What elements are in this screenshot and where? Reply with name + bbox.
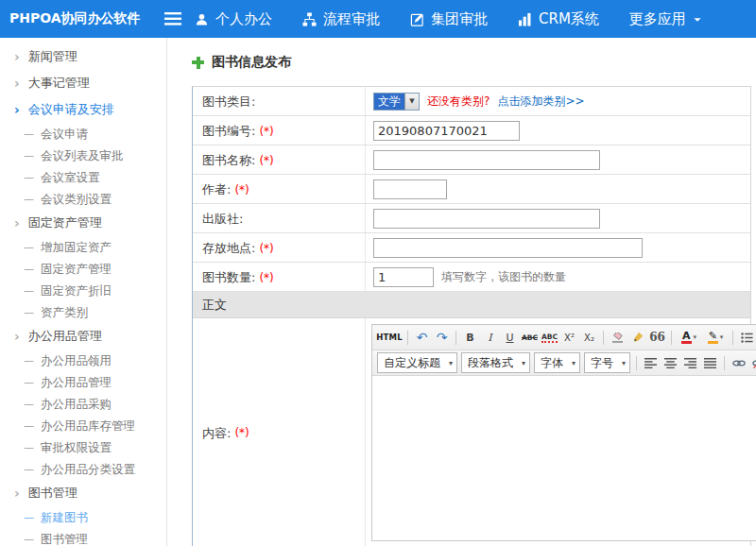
custom-heading-select[interactable]: 自定义标题 [377, 352, 457, 373]
italic-button[interactable]: I [481, 328, 499, 348]
book-no-input[interactable] [373, 121, 520, 141]
sidebar-subitem-label: 办公用品采购 [41, 398, 112, 411]
remove-link-button[interactable] [749, 353, 756, 373]
sidebar-subitem-label: 固定资产管理 [41, 263, 112, 276]
sidebar-subitem-label: 增加固定资产 [41, 241, 112, 254]
nav-crm-system[interactable]: CRM系统 [518, 10, 599, 28]
quantity-input[interactable] [373, 267, 434, 287]
sidebar-item-meeting-list-approval[interactable]: —会议列表及审批 [0, 145, 166, 166]
font-size-select[interactable]: 字号 [584, 352, 630, 373]
paragraph-format-select[interactable]: 段落格式 [461, 352, 530, 373]
category-select[interactable]: 文学 ▼ [373, 93, 420, 111]
sidebar-item-asset-category[interactable]: —资产类别 [0, 301, 166, 323]
strikethrough-button[interactable]: ABC [521, 328, 539, 348]
editor-content-area[interactable] [372, 376, 756, 540]
label-text: 存放地点: [202, 241, 255, 255]
author-input[interactable] [373, 179, 447, 199]
top-nav: 个人办公 流程审批 集团审批 CRM系统 更多应用 [195, 10, 732, 28]
field-label-book-name: 图书名称:(*) [193, 145, 365, 174]
undo-button[interactable]: ↶ [413, 328, 431, 348]
eraser-icon [611, 333, 624, 343]
sidebar-item-approval-permission-settings[interactable]: —审批权限设置 [0, 436, 166, 458]
publisher-input[interactable] [373, 209, 600, 229]
chevron-right-icon: › [14, 331, 20, 342]
sidebar-item-meeting-management[interactable]: ›会议申请及安排 [0, 96, 166, 123]
form-row-book-name: 图书名称:(*) [193, 145, 750, 175]
align-center-icon [664, 358, 677, 368]
dropdown-caret-icon: ▾ [720, 333, 724, 341]
sidebar-item-office-supplies-management[interactable]: ›办公用品管理 [0, 323, 166, 350]
dash-icon: — [24, 306, 34, 319]
sidebar-item-fixed-asset-depreciation[interactable]: —固定资产折旧 [0, 280, 166, 301]
sidebar-item-meeting-apply[interactable]: —会议申请 [0, 123, 166, 145]
unordered-list-button[interactable] [738, 328, 756, 348]
sidebar-item-news-management[interactable]: ›新闻管理 [0, 43, 166, 70]
sidebar-item-add-fixed-asset[interactable]: —增加固定资产 [0, 236, 166, 258]
add-category-link[interactable]: 点击添加类别>> [497, 94, 584, 110]
chevron-right-icon: › [14, 104, 20, 115]
spellcheck-button[interactable]: ABC [541, 328, 558, 348]
workflow-icon [302, 12, 317, 26]
chevron-right-icon: › [14, 487, 20, 499]
dash-icon: — [24, 193, 34, 206]
nav-label: 个人办公 [215, 10, 272, 28]
sidebar-subitem-label: 新建图书 [41, 511, 88, 524]
user-icon [195, 12, 209, 26]
sidebar-item-meeting-room-settings[interactable]: —会议室设置 [0, 166, 166, 188]
highlight-color-button[interactable]: ✎▾ [703, 328, 728, 348]
sidebar-item-label: 办公用品管理 [28, 330, 102, 343]
superscript-button[interactable]: X² [560, 328, 578, 348]
nav-personal-office[interactable]: 个人办公 [195, 10, 272, 28]
redo-button[interactable]: ↷ [433, 328, 451, 348]
menu-toggle-button[interactable] [151, 0, 195, 38]
dropdown-caret-icon: ▾ [694, 333, 697, 341]
hamburger-icon [164, 12, 181, 26]
sidebar-item-supplies-inventory[interactable]: —办公用品库存管理 [0, 415, 166, 436]
sidebar-item-memorabilia-management[interactable]: ›大事记管理 [0, 70, 166, 96]
align-justify-button[interactable] [701, 353, 719, 373]
sidebar: ›新闻管理 ›大事记管理 ›会议申请及安排 —会议申请 —会议列表及审批 —会议… [0, 38, 167, 546]
sidebar-subitem-label: 固定资产折旧 [41, 284, 112, 298]
sidebar-item-label: 会议申请及安排 [28, 103, 114, 116]
sidebar-item-label: 图书管理 [28, 486, 77, 500]
dash-icon: — [24, 376, 34, 389]
sidebar-item-supplies-manage[interactable]: —办公用品管理 [0, 371, 166, 393]
dash-icon: — [24, 398, 34, 411]
blockquote-button[interactable]: 66 [648, 328, 666, 348]
sidebar-item-label: 新闻管理 [28, 50, 77, 63]
dash-icon: — [24, 511, 34, 524]
nav-group-approval[interactable]: 集团审批 [410, 10, 488, 28]
remove-format-button[interactable] [609, 328, 627, 348]
location-input[interactable] [373, 238, 643, 258]
sidebar-item-book-management[interactable]: ›图书管理 [0, 480, 166, 506]
sidebar-item-supplies-purchase[interactable]: —办公用品采购 [0, 393, 166, 415]
sidebar-item-supplies-classification[interactable]: —办公用品分类设置 [0, 458, 166, 480]
align-left-button[interactable] [642, 353, 660, 373]
underline-button[interactable]: U [501, 328, 519, 348]
chevron-right-icon: › [14, 51, 20, 62]
subscript-button[interactable]: X₂ [580, 328, 598, 348]
nav-workflow-approval[interactable]: 流程审批 [302, 10, 380, 28]
sidebar-item-meeting-category-settings[interactable]: —会议类别设置 [0, 188, 166, 210]
book-name-input[interactable] [373, 150, 600, 170]
sidebar-item-new-book[interactable]: —新建图书 [0, 506, 166, 528]
sidebar-item-supplies-requisition[interactable]: —办公用品领用 [0, 350, 166, 371]
toolbar-separator [407, 331, 408, 345]
body-section-header: 正文 [193, 292, 750, 318]
align-right-button[interactable] [681, 353, 699, 373]
source-code-button[interactable]: HTML [376, 328, 403, 348]
field-label-location: 存放地点:(*) [193, 233, 365, 262]
paint-format-button[interactable] [628, 328, 646, 348]
font-family-select[interactable]: 字体 [534, 352, 580, 373]
app-logo: PHPOA协同办公软件 [0, 10, 151, 27]
sidebar-subitem-label: 会议类别设置 [41, 193, 112, 206]
dash-icon: — [24, 128, 34, 141]
nav-more-apps[interactable]: 更多应用 [629, 10, 702, 28]
sidebar-item-book-manage[interactable]: —图书管理 [0, 528, 166, 546]
bold-button[interactable]: B [461, 328, 479, 348]
insert-link-button[interactable] [730, 353, 747, 373]
align-center-button[interactable] [662, 353, 679, 373]
font-color-button[interactable]: A▾ [677, 328, 701, 348]
sidebar-item-fixed-assets-management[interactable]: ›固定资产管理 [0, 210, 166, 236]
sidebar-item-fixed-asset-manage[interactable]: —固定资产管理 [0, 258, 166, 280]
